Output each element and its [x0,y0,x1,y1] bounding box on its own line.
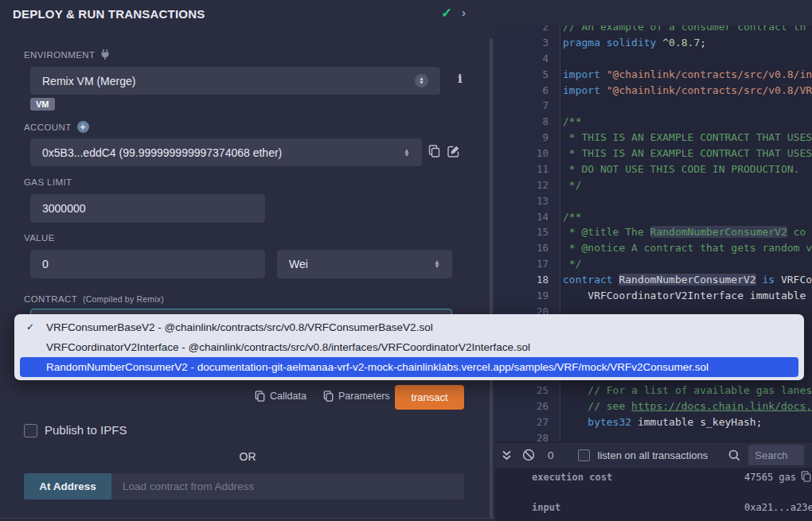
line-number: 11 [495,161,548,177]
terminal-badge-count: 0 [548,449,554,461]
panel-collapse-chevron-icon[interactable]: › [462,6,466,19]
copy-account-icon[interactable] [428,145,440,157]
line-number: 5 [495,67,548,83]
value-unit-select[interactable]: Wei ▲▼ [277,250,452,278]
listen-all-transactions-label: listen on all transactions [598,449,709,461]
add-account-icon[interactable]: + [77,121,89,133]
line-number: 27 [495,414,548,430]
line-number: 12 [495,177,548,193]
code-line: 28 [495,430,812,441]
line-number: 25 [495,383,548,399]
line-number: 15 [495,224,548,240]
left-panel-scrollbar[interactable] [490,38,493,519]
contract-option-label: VRFConsumerBaseV2 - @chainlink/contracts… [46,321,433,333]
contract-option-label: RandomNumberConsumerV2 - documentation-g… [46,361,709,373]
calldata-action[interactable]: Calldata [255,391,306,402]
code-line: 26 // see https://docs.chain.link/docs, [495,399,812,414]
publish-ipfs-label: Publish to IPFS [45,423,127,437]
at-address-input[interactable] [111,473,464,500]
parameters-label: Parameters [338,391,390,402]
value-amount: 0 [42,258,49,270]
line-number: 16 [495,240,548,256]
code-line: 25 // For a list of available gas lanes [495,383,812,399]
value-label: VALUE [24,233,55,243]
plug-icon [100,49,110,60]
transact-button[interactable]: transact [395,385,464,410]
code-line: 12 */ [495,177,812,193]
code-line: 14/** [495,209,812,225]
editor-toolbar: Home S VRFv2Consumer.sol ✕ [495,0,812,25]
gas-limit-input[interactable]: 3000000 [30,194,265,223]
code-line: 27 bytes32 immutable s_keyHash; [495,414,812,430]
line-number: 2 [495,25,548,35]
code-line: 13 [495,193,812,209]
line-number: 4 [495,51,548,67]
chevron-updown-icon: ▲▼ [415,74,428,87]
line-number: 28 [495,430,548,441]
terminal-row-value: 0xa21...a23e4 [744,502,812,513]
panel-bottom-divider [0,518,495,519]
terminal-collapse-chevrons-icon[interactable] [502,449,512,461]
compile-success-check-icon: ✓ [441,5,452,21]
contract-label-sub: (Compiled by Remix) [83,294,164,304]
code-line: 19 VRFCoordinatorV2Interface immutable [495,288,812,304]
contract-label: CONTRACT (Compiled by Remix) [24,294,164,304]
code-line: 11 * DO NOT USE THIS CODE IN PRODUCTION. [495,161,812,177]
clear-console-ban-icon[interactable] [522,449,535,461]
contract-option[interactable]: ✓VRFConsumerBaseV2 - @chainlink/contract… [14,317,804,337]
at-address-button[interactable]: At Address [24,473,111,500]
code-line: 17 */ [495,256,812,272]
line-number: 14 [495,209,548,225]
code-line: 3pragma solidity ^0.8.7; [495,35,812,51]
gas-limit-value: 3000000 [42,202,86,215]
chevron-updown-icon: ▲▼ [434,260,440,268]
line-number: 19 [495,288,548,304]
selected-check-icon: ✓ [26,317,34,337]
environment-label: ENVIRONMENT [24,49,110,60]
account-value: 0x5B3...eddC4 (99.999999999997374068 eth… [42,146,282,159]
contract-option-label: VRFCoordinatorV2Interface - @chainlink/c… [46,341,530,353]
code-line: 15 * @title The RandomNumberConsumerV2 c… [495,224,812,240]
contract-option[interactable]: VRFCoordinatorV2Interface - @chainlink/c… [14,337,804,357]
terminal-row-value: 47565 gas [744,472,796,483]
code-line: 8/** [495,114,812,130]
contract-dropdown-menu: ✓VRFConsumerBaseV2 - @chainlink/contract… [14,314,804,380]
copy-calldata-icon[interactable] [255,391,265,402]
line-number: 6 [495,83,548,99]
line-number: 8 [495,114,548,130]
line-number: 10 [495,146,548,161]
edit-account-icon[interactable] [447,145,460,157]
value-input[interactable]: 0 [30,250,265,278]
deploy-run-panel: DEPLOY & RUN TRANSACTIONS ✓ › ENVIRONMEN… [0,0,495,521]
line-number: 13 [495,193,548,209]
code-line: 10 * THIS IS AN EXAMPLE CONTRACT THAT US… [495,146,812,161]
or-separator: OR [0,450,495,463]
account-select[interactable]: 0x5B3...eddC4 (99.999999999997374068 eth… [30,138,422,166]
contract-option[interactable]: RandomNumberConsumerV2 - documentation-g… [20,357,798,377]
copy-icon[interactable] [801,471,811,482]
publish-ipfs-checkbox[interactable] [24,424,37,437]
code-line: 18contract RandomNumberConsumerV2 is VRF… [495,272,812,288]
listen-all-transactions-checkbox[interactable] [578,449,590,461]
environment-value: Remix VM (Merge) [42,75,135,87]
terminal-row-label: input [532,502,560,513]
code-line: 16 * @notice A contract that gets random… [495,240,812,256]
environment-select[interactable]: Remix VM (Merge) ▲▼ [30,67,440,95]
environment-info-icon[interactable]: i [458,72,463,86]
remix-ide-window: DEPLOY & RUN TRANSACTIONS ✓ › ENVIRONMEN… [0,0,812,521]
line-number: 3 [495,35,548,51]
line-number: 26 [495,399,548,414]
code-line: 6import "@chainlink/contracts/src/v0.8/V… [495,83,812,99]
code-line: 4 [495,51,812,67]
code-line: 7 [495,98,812,114]
line-number: 17 [495,256,548,272]
chevron-updown-icon: ▲▼ [404,149,410,157]
terminal-search-icon [728,449,740,461]
vm-badge: VM [30,98,55,111]
parameters-action[interactable]: Parameters [323,391,390,402]
copy-parameters-icon[interactable] [323,391,334,402]
terminal-search-input[interactable] [748,445,804,465]
line-number: 7 [495,98,548,114]
account-label: ACCOUNT + [24,121,89,133]
terminal-output: execution cost47565 gasinput0xa21...a23e… [495,468,812,521]
